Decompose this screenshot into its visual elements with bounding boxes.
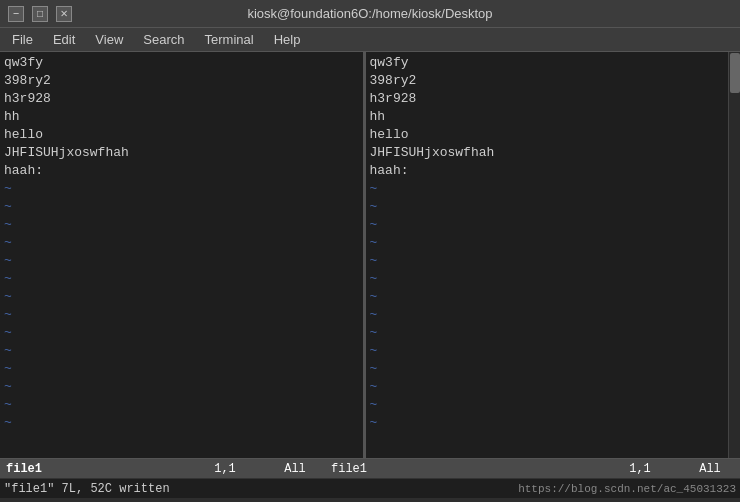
right-line-19: ~ [370, 396, 725, 414]
left-line-10: ~ [4, 234, 359, 252]
scrollbar[interactable] [728, 52, 740, 458]
right-line-1: 398ry2 [370, 72, 725, 90]
status-left-all: All [265, 459, 325, 478]
right-line-16: ~ [370, 342, 725, 360]
right-line-5: JHFISUHjxoswfhah [370, 144, 725, 162]
right-line-8: ~ [370, 198, 725, 216]
left-line-14: ~ [4, 306, 359, 324]
left-line-19: ~ [4, 396, 359, 414]
status-right-filename: file1 [325, 459, 600, 478]
left-line-20: ~ [4, 414, 359, 432]
right-line-17: ~ [370, 360, 725, 378]
right-line-3: hh [370, 108, 725, 126]
left-line-0: qw3fy [4, 54, 359, 72]
left-line-4: hello [4, 126, 359, 144]
status-left-position: 1,1 [185, 459, 265, 478]
left-line-15: ~ [4, 324, 359, 342]
left-line-3: hh [4, 108, 359, 126]
status-right-info: https://blog.scdn.net/ac_45031323 [518, 483, 736, 495]
left-line-7: ~ [4, 180, 359, 198]
right-line-6: haah: [370, 162, 725, 180]
status-bar: file1 1,1 All file1 1,1 All [0, 458, 740, 478]
right-pane[interactable]: qw3fy398ry2h3r928hhhelloJHFISUHjxoswfhah… [366, 52, 729, 458]
right-line-15: ~ [370, 324, 725, 342]
right-line-12: ~ [370, 270, 725, 288]
left-line-16: ~ [4, 342, 359, 360]
left-line-8: ~ [4, 198, 359, 216]
right-line-18: ~ [370, 378, 725, 396]
message-text: "file1" 7L, 52C written [4, 482, 170, 496]
right-line-20: ~ [370, 414, 725, 432]
left-pane[interactable]: qw3fy398ry2h3r928hhhelloJHFISUHjxoswfhah… [0, 52, 363, 458]
left-line-9: ~ [4, 216, 359, 234]
menu-edit[interactable]: Edit [45, 30, 83, 49]
editor-area: qw3fy398ry2h3r928hhhelloJHFISUHjxoswfhah… [0, 52, 740, 458]
right-line-14: ~ [370, 306, 725, 324]
left-line-17: ~ [4, 360, 359, 378]
right-line-2: h3r928 [370, 90, 725, 108]
right-line-4: hello [370, 126, 725, 144]
menu-search[interactable]: Search [135, 30, 192, 49]
left-line-1: 398ry2 [4, 72, 359, 90]
window-title: kiosk@foundation6O:/home/kiosk/Desktop [72, 6, 668, 21]
window-controls[interactable]: – ☐ ✕ [8, 6, 72, 22]
menu-view[interactable]: View [87, 30, 131, 49]
scrollbar-thumb[interactable] [730, 53, 740, 93]
left-line-18: ~ [4, 378, 359, 396]
menu-help[interactable]: Help [266, 30, 309, 49]
close-button[interactable]: ✕ [56, 6, 72, 22]
title-bar: – ☐ ✕ kiosk@foundation6O:/home/kiosk/Des… [0, 0, 740, 28]
right-line-11: ~ [370, 252, 725, 270]
status-right-position: 1,1 [600, 459, 680, 478]
maximize-button[interactable]: ☐ [32, 6, 48, 22]
right-line-9: ~ [370, 216, 725, 234]
right-line-10: ~ [370, 234, 725, 252]
menu-file[interactable]: File [4, 30, 41, 49]
status-left-filename: file1 [0, 459, 185, 478]
left-line-12: ~ [4, 270, 359, 288]
right-line-7: ~ [370, 180, 725, 198]
menu-terminal[interactable]: Terminal [197, 30, 262, 49]
message-bar: "file1" 7L, 52C written https://blog.scd… [0, 478, 740, 498]
status-right-all: All [680, 459, 740, 478]
menu-bar: File Edit View Search Terminal Help [0, 28, 740, 52]
right-line-0: qw3fy [370, 54, 725, 72]
left-line-13: ~ [4, 288, 359, 306]
right-line-13: ~ [370, 288, 725, 306]
left-line-6: haah: [4, 162, 359, 180]
left-line-11: ~ [4, 252, 359, 270]
left-line-5: JHFISUHjxoswfhah [4, 144, 359, 162]
minimize-button[interactable]: – [8, 6, 24, 22]
left-line-2: h3r928 [4, 90, 359, 108]
